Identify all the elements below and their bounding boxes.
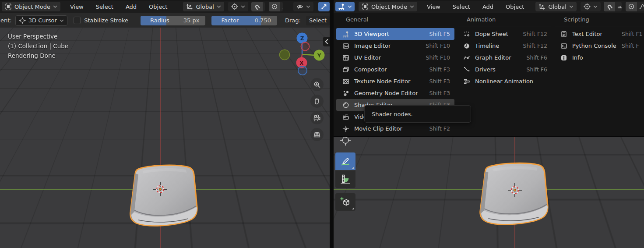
pivot-point-dropdown[interactable] bbox=[228, 2, 248, 11]
menu-select[interactable]: Select bbox=[91, 3, 118, 11]
annotate-tool-button[interactable] bbox=[335, 152, 355, 170]
drag-select-dropdown[interactable]: Select bbox=[306, 16, 330, 25]
chevron-icon bbox=[53, 5, 57, 8]
menu-item-texture-node-editor[interactable]: Texture Node EditorShift F3 bbox=[336, 75, 454, 87]
factor-slider[interactable]: Factor 0.750 bbox=[211, 16, 277, 25]
menu-item-label: Info bbox=[572, 54, 583, 61]
snapping-group bbox=[251, 2, 265, 11]
menu-item-info[interactable]: Info bbox=[554, 52, 644, 64]
tooltip: Shader nodes. bbox=[364, 105, 471, 123]
menu-object[interactable]: Object bbox=[144, 3, 172, 11]
snap-toggle[interactable] bbox=[604, 2, 615, 11]
render-status: Rendering Done bbox=[8, 51, 68, 60]
chevron-icon bbox=[241, 5, 245, 8]
gizmo-x-negative[interactable] bbox=[301, 43, 310, 51]
menu-item-shortcut: Shift F5 bbox=[429, 31, 450, 37]
3d-cursor bbox=[507, 182, 523, 198]
geometry-node-editor-icon bbox=[341, 90, 350, 97]
snapping-group bbox=[604, 2, 622, 11]
menu-item-shortcut: Shift F3 bbox=[429, 78, 450, 85]
stabilize-stroke-checkbox[interactable] bbox=[74, 17, 81, 24]
orientation-icon bbox=[538, 3, 545, 10]
menu-item-compositor[interactable]: CompositorShift F3 bbox=[336, 64, 454, 75]
radius-label: Radius bbox=[150, 17, 169, 24]
menu-item-shortcut: Shift F2 bbox=[429, 125, 450, 132]
object-mode-dropdown[interactable]: Object Mode bbox=[359, 2, 417, 11]
menu-add[interactable]: Add bbox=[121, 3, 141, 11]
chevron-icon bbox=[569, 5, 574, 8]
pan-button[interactable] bbox=[310, 95, 324, 108]
proportional-edit-toggle[interactable] bbox=[626, 2, 637, 11]
camera-view-button[interactable] bbox=[310, 111, 324, 124]
transform-orientation-dropdown[interactable]: Global bbox=[535, 2, 576, 11]
menu-add[interactable]: Add bbox=[478, 3, 498, 11]
menu-view[interactable]: View bbox=[66, 3, 88, 11]
prop-curve-icon bbox=[282, 3, 283, 10]
snap-toggle[interactable] bbox=[251, 2, 263, 11]
eye-icon bbox=[296, 3, 303, 10]
chevron-icon bbox=[217, 5, 221, 8]
proportional-falloff-dropdown[interactable] bbox=[637, 2, 644, 11]
transform-orientation-dropdown[interactable]: Global bbox=[183, 2, 224, 11]
menu-item-text-editor[interactable]: Text EditorShift F1 bbox=[554, 28, 644, 40]
menu-item-graph-editor[interactable]: Graph EditorShift F6 bbox=[457, 52, 552, 64]
left-3d-viewport-window: Object Mode View Select Add Object Globa… bbox=[0, 0, 330, 248]
show-overlays-dropdown[interactable] bbox=[293, 2, 313, 11]
pivot-point-dropdown[interactable] bbox=[581, 2, 601, 11]
menu-item-movie-clip-editor[interactable]: Movie Clip EditorShift F2 bbox=[336, 123, 454, 135]
proportional-edit-toggle[interactable] bbox=[269, 2, 280, 11]
menu-select[interactable]: Select bbox=[448, 3, 475, 11]
menu-view[interactable]: View bbox=[422, 3, 445, 11]
snap-with-icon bbox=[617, 3, 622, 10]
menu-item-drivers[interactable]: DriversShift F6 bbox=[457, 64, 552, 75]
menu-item-nonlinear-animation[interactable]: Nonlinear Animation bbox=[457, 75, 552, 87]
object-mode-label: Object Mode bbox=[14, 4, 50, 10]
menu-item-label: Image Editor bbox=[354, 43, 391, 49]
menu-column-title: Scripting bbox=[564, 16, 644, 23]
proportional-edit-group bbox=[269, 2, 283, 11]
add-cube-tool-button[interactable] bbox=[335, 193, 355, 211]
menu-item-label: Python Console bbox=[572, 43, 616, 49]
grid-icon bbox=[313, 131, 321, 138]
chevron-icon bbox=[593, 5, 598, 8]
menu-item-image-editor[interactable]: Image EditorShift F10 bbox=[336, 40, 454, 52]
snap-with-dropdown[interactable] bbox=[263, 2, 265, 11]
snap-with-dropdown[interactable] bbox=[615, 2, 622, 11]
3d-viewport-canvas-left[interactable]: User Perspective (1) Collection | Cube R… bbox=[0, 27, 330, 248]
gizmo-toggle-button[interactable] bbox=[318, 2, 330, 11]
gizmo-y-label: Y bbox=[317, 53, 321, 59]
gizmo-y-negative[interactable] bbox=[280, 50, 290, 60]
menu-item-shortcut: Shift F10 bbox=[426, 54, 450, 61]
ortho-toggle-button[interactable] bbox=[310, 128, 324, 141]
object-mode-label: Object Mode bbox=[371, 4, 407, 10]
gizmo-z-negative[interactable] bbox=[298, 66, 307, 75]
window-separator[interactable] bbox=[330, 0, 334, 248]
proportional-falloff-dropdown[interactable] bbox=[280, 2, 283, 11]
menu-item-label: Graph Editor bbox=[475, 54, 511, 61]
proportional-edit-group bbox=[626, 2, 644, 11]
annotate-tool-icon bbox=[340, 156, 351, 167]
zoom-button[interactable] bbox=[310, 78, 324, 91]
compositor-icon bbox=[341, 66, 350, 73]
drivers-icon bbox=[462, 66, 471, 73]
object-mode-dropdown[interactable]: Object Mode bbox=[2, 2, 60, 11]
radius-slider[interactable]: Radius 35 px bbox=[141, 16, 206, 25]
menu-item-uv-editor[interactable]: UV EditorShift F10 bbox=[336, 52, 454, 64]
menu-item-dope-sheet[interactable]: Dope SheetShift F12 bbox=[457, 28, 552, 40]
navigation-gizmo[interactable]: Z Y X bbox=[275, 31, 327, 79]
menu-item-label: Dope Sheet bbox=[475, 31, 508, 37]
sidebar-collapse-tab[interactable] bbox=[323, 37, 330, 46]
editor-type-dropdown[interactable] bbox=[335, 2, 355, 11]
collapse-icon bbox=[324, 38, 329, 45]
menu-object[interactable]: Object bbox=[501, 3, 528, 11]
menu-item-shortcut: Shift F12 bbox=[523, 31, 547, 37]
cursor-tool-dropdown[interactable]: 3D Cursor bbox=[15, 15, 67, 26]
menu-item-geometry-node-editor[interactable]: Geometry Node EditorShift F3 bbox=[336, 87, 454, 99]
menu-item-3d-viewport[interactable]: 3D ViewportShift F5 bbox=[336, 28, 454, 40]
menu-item-python-console[interactable]: Python ConsoleShift F bbox=[554, 40, 644, 52]
gizmo-z-label: Z bbox=[300, 35, 304, 42]
menu-item-timeline[interactable]: TimelineShift F12 bbox=[457, 40, 552, 52]
measure-tool-button[interactable] bbox=[335, 170, 355, 188]
pan-icon bbox=[313, 97, 321, 105]
add-cube-tool-icon bbox=[340, 196, 351, 208]
